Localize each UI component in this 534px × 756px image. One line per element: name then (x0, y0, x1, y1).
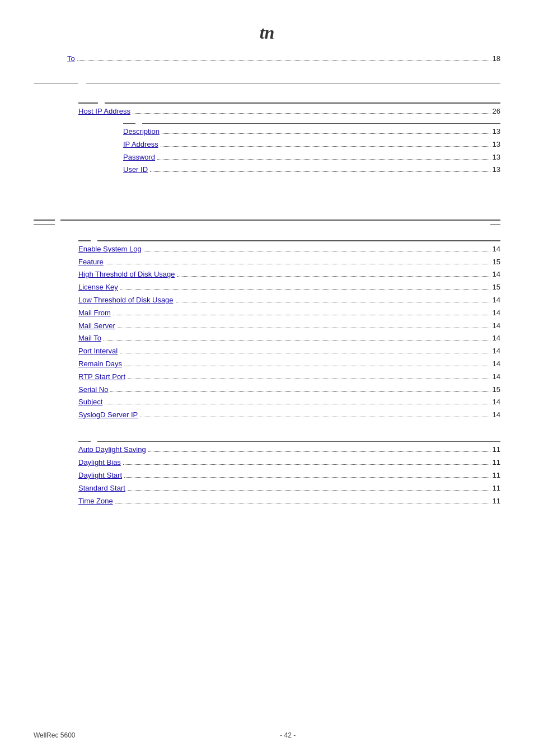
toc-dots-time-1 (123, 464, 490, 465)
toc-entry-time-4: Time Zone 11 (78, 496, 500, 507)
toc-link-ftp-0[interactable]: Description (123, 126, 160, 138)
sh-l1 (34, 220, 55, 221)
toc-link-sys-4[interactable]: Low Threshold of Disk Usage (78, 295, 174, 306)
toc-dots-sys-6 (118, 328, 490, 328)
toc-page-ftp-2: 13 (493, 152, 500, 164)
toc-link-to[interactable]: To (67, 53, 75, 65)
toc-link-time-3[interactable]: Standard Start (78, 483, 125, 494)
page-container: tn To 18 Host IP Address 26 (0, 0, 534, 550)
toc-entry-ftp-1: IP Address 13 (123, 139, 500, 151)
toc-page-sys-11: 15 (493, 384, 500, 396)
toc-entry-sys-4: Low Threshold of Disk Usage 14 (78, 295, 500, 306)
toc-page-sys-10: 14 (493, 371, 500, 383)
toc-entry-time-1: Daylight Bias 11 (78, 457, 500, 469)
divider-host-top (78, 102, 500, 104)
toc-entry-to: To 18 (67, 53, 500, 65)
sh-extra-line (34, 224, 55, 225)
toc-entry-host-ip: Host IP Address 26 (78, 106, 500, 118)
toc-link-ftp-3[interactable]: User ID (123, 164, 148, 176)
div-long-time (97, 441, 500, 442)
div-long-sys (97, 240, 500, 241)
toc-page-sys-13: 14 (493, 409, 500, 421)
toc-link-sys-6[interactable]: Mail Server (78, 320, 115, 332)
toc-page-time-2: 11 (493, 470, 500, 482)
toc-link-sys-11[interactable]: Serial No (78, 384, 108, 396)
toc-dots-sys-11 (110, 391, 490, 392)
footer-center: - 42 - (280, 731, 296, 739)
toc-link-ftp-2[interactable]: Password (123, 152, 155, 164)
toc-page-sys-8: 14 (493, 346, 500, 357)
host-ip-section: Host IP Address 26 Description 13 IP Add… (34, 102, 500, 176)
top-to-section: To 18 (34, 53, 500, 65)
divider-time (78, 441, 500, 442)
div-short-time (78, 441, 91, 442)
toc-page-sys-5: 14 (493, 307, 500, 319)
sh-l2 (60, 220, 500, 221)
system-entries: Enable System Log 14 Feature 15 High Thr… (78, 244, 500, 421)
toc-page-sys-2: 14 (493, 269, 500, 281)
toc-link-host-ip[interactable]: Host IP Address (78, 106, 130, 118)
toc-link-time-0[interactable]: Auto Daylight Saving (78, 444, 146, 456)
toc-link-ftp-1[interactable]: IP Address (123, 139, 158, 151)
toc-dots-sys-10 (128, 379, 490, 379)
toc-entry-time-3: Standard Start 11 (78, 483, 500, 494)
toc-dots-sys-2 (177, 276, 490, 277)
toc-link-sys-12[interactable]: Subject (78, 396, 102, 408)
toc-dots-sys-13 (140, 417, 490, 417)
toc-dots-ftp-3 (150, 171, 490, 172)
toc-link-sys-3[interactable]: License Key (78, 282, 118, 293)
toc-dots-time-0 (148, 451, 490, 452)
footer-left: WellRec 5600 (34, 731, 75, 739)
toc-entry-sys-3: License Key 15 (78, 282, 500, 293)
toc-page-ftp-1: 13 (493, 139, 500, 151)
logo-icon: tn (260, 22, 275, 43)
toc-dots-sys-12 (105, 404, 490, 404)
toc-entry-sys-8: Port Interval 14 (78, 346, 500, 357)
toc-link-time-1[interactable]: Daylight Bias (78, 457, 121, 469)
toc-dots-sys-0 (144, 251, 490, 251)
toc-page-sys-12: 14 (493, 396, 500, 408)
toc-page-ftp-0: 13 (493, 126, 500, 138)
toc-entry-sys-7: Mail To 14 (78, 333, 500, 344)
toc-link-sys-8[interactable]: Port Interval (78, 346, 118, 357)
toc-link-sys-0[interactable]: Enable System Log (78, 244, 142, 255)
div-short-ftp (123, 123, 135, 124)
toc-link-time-4[interactable]: Time Zone (78, 496, 113, 507)
toc-page-time-3: 11 (493, 483, 500, 494)
div-long-ftp (142, 123, 500, 124)
toc-entry-sys-12: Subject 14 (78, 396, 500, 408)
toc-entry-sys-6: Mail Server 14 (78, 320, 500, 332)
time-entries: Auto Daylight Saving 11 Daylight Bias 11… (78, 444, 500, 507)
toc-link-sys-9[interactable]: Remain Days (78, 358, 122, 370)
toc-dots-sys-5 (113, 315, 490, 315)
toc-entry-time-2: Daylight Start 11 (78, 470, 500, 482)
toc-entry-sys-10: RTP Start Port 14 (78, 371, 500, 383)
toc-link-sys-1[interactable]: Feature (78, 256, 104, 268)
toc-link-sys-10[interactable]: RTP Start Port (78, 371, 125, 383)
divider-line-1a (34, 83, 78, 84)
toc-dots-to (77, 60, 490, 61)
toc-page-ftp-3: 13 (493, 164, 500, 176)
toc-page-sys-1: 15 (493, 256, 500, 268)
system-section: Enable System Log 14 Feature 15 High Thr… (34, 240, 500, 421)
toc-entry-sys-1: Feature 15 (78, 256, 500, 268)
toc-link-sys-7[interactable]: Mail To (78, 333, 101, 344)
toc-link-sys-2[interactable]: High Threshold of Disk Usage (78, 269, 175, 281)
toc-dots-sys-7 (104, 340, 490, 340)
div-short (78, 102, 98, 104)
divider-system (78, 240, 500, 241)
div-long (105, 102, 500, 104)
toc-entry-sys-11: Serial No 15 (78, 384, 500, 396)
toc-page-sys-4: 14 (493, 295, 500, 306)
toc-page-time-0: 11 (493, 444, 500, 456)
toc-link-time-2[interactable]: Daylight Start (78, 470, 122, 482)
toc-entry-ftp-0: Description 13 (123, 126, 500, 138)
divider-row-1 (34, 83, 500, 84)
divider-ftp (123, 123, 500, 124)
ftp-subsection: Description 13 IP Address 13 Password 13… (78, 123, 500, 176)
toc-page-host-ip: 26 (493, 106, 500, 118)
toc-dots-ftp-1 (161, 146, 490, 147)
toc-link-sys-5[interactable]: Mail From (78, 307, 111, 319)
toc-page-sys-6: 14 (493, 320, 500, 332)
toc-link-sys-13[interactable]: SyslogD Server IP (78, 409, 138, 421)
